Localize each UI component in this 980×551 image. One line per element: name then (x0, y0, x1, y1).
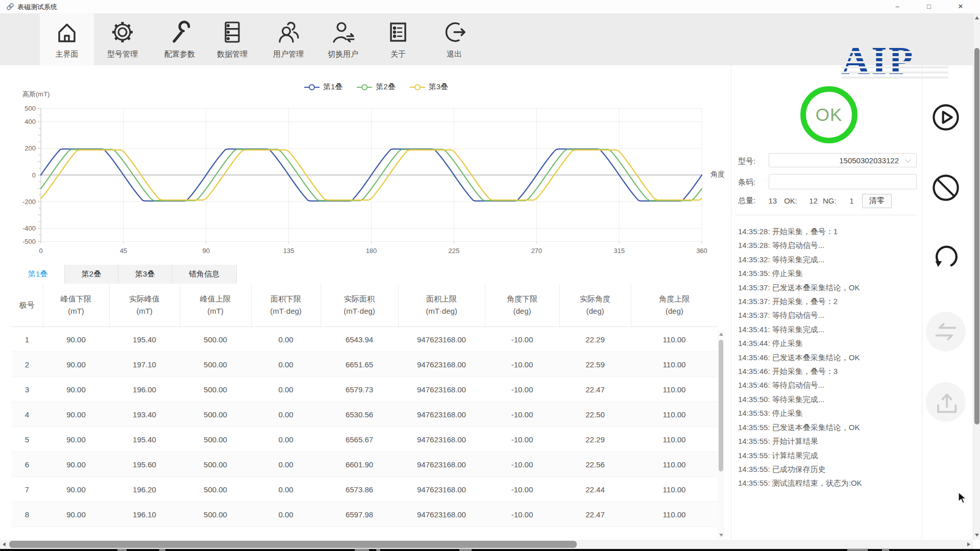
table-scrollbar[interactable] (718, 331, 724, 539)
table-cell: 90.00 (43, 477, 109, 502)
table-body: 190.00195.40500.000.006543.94947623168.0… (11, 327, 718, 527)
table-cell: -10.00 (485, 352, 559, 377)
table-cell: 22.47 (559, 377, 631, 402)
svg-text:360: 360 (696, 247, 707, 255)
table-cell: -10.00 (485, 427, 559, 452)
window-horizontal-scrollbar[interactable] (0, 540, 973, 549)
scroll-up-icon[interactable] (719, 333, 723, 336)
col-header-pole: 极号 (11, 284, 43, 327)
log-entry: 14:35:53: 停止采集 (738, 406, 918, 420)
table-row[interactable]: 690.00195.60500.000.006601.90947623168.0… (11, 452, 718, 477)
minimize-button[interactable]: – (888, 0, 906, 13)
tab-stack1[interactable]: 第1叠 (11, 265, 65, 284)
toolbar-item-switch-user[interactable]: 切换用户 (316, 13, 370, 65)
log-entry: 14:35:41: 等待采集完成... (738, 322, 918, 336)
table-cell: 196.20 (109, 477, 180, 502)
tab-stack2[interactable]: 第2叠 (65, 265, 118, 284)
toolbar-item-about[interactable]: 关于 (371, 13, 425, 65)
barcode-label: 条码: (738, 178, 755, 187)
toolbar-label: 数据管理 (217, 49, 248, 59)
table-row[interactable]: 290.00197.10500.000.006651.65947623168.0… (11, 352, 718, 377)
scroll-down-icon[interactable] (975, 534, 979, 537)
table-cell: 6530.56 (321, 402, 398, 427)
table-cell: 6573.86 (321, 477, 398, 502)
maximize-button[interactable]: □ (920, 0, 938, 13)
legend-item-stack3[interactable]: 第3叠 (410, 82, 448, 92)
table-cell: 193.40 (109, 402, 180, 427)
table-cell: 90.00 (43, 402, 109, 427)
table-cell: 22.50 (559, 402, 631, 427)
vertical-scrollbar-thumb[interactable] (974, 48, 979, 424)
table-cell: 500.00 (180, 452, 251, 477)
table-row[interactable]: 890.00196.10500.000.006597.98947623168.0… (11, 502, 718, 527)
table-cell: 22.56 (559, 452, 631, 477)
window-vertical-scrollbar[interactable] (973, 13, 980, 540)
table-cell: 196.10 (109, 502, 180, 527)
table-row[interactable]: 590.00195.40500.000.006565.67947623168.0… (11, 427, 718, 452)
table-cell: 7 (11, 477, 43, 502)
svg-text:90: 90 (203, 247, 210, 255)
scroll-left-icon[interactable] (3, 542, 6, 546)
toolbar-item-exit[interactable]: 退出 (427, 13, 481, 65)
upload-button[interactable] (926, 382, 966, 422)
table-cell: 90.00 (43, 502, 109, 527)
legend-item-stack1[interactable]: 第1叠 (304, 82, 342, 92)
barcode-input[interactable] (769, 174, 917, 189)
col-header-area-high: 面积上限(mT·deg) (398, 284, 485, 327)
log-entry: 14:35:28: 等待启动信号... (738, 238, 918, 252)
toolbar-item-config-params[interactable]: 配置参数 (153, 13, 207, 65)
scroll-right-icon[interactable] (967, 542, 970, 546)
stop-test-button[interactable] (926, 168, 966, 208)
legend-marker (357, 84, 372, 90)
stop-icon (931, 173, 961, 203)
status-badge: OK (816, 105, 843, 125)
col-header-area-low: 面积下限(mT·deg) (251, 284, 321, 327)
stack-tabs: 第1叠 第2叠 第3叠 错角信息 (11, 265, 237, 284)
table-cell: 22.59 (559, 352, 631, 377)
table-cell: 110.00 (631, 427, 718, 452)
table-header: 极号 峰值下限(mT) 实际峰值(mT) 峰值上限(mT) 面积下限(mT·de… (11, 284, 718, 327)
toolbar-label: 主界面 (56, 49, 79, 59)
close-button[interactable]: ✕ (951, 0, 970, 13)
table-cell: 6601.90 (321, 452, 398, 477)
sync-button[interactable] (926, 312, 966, 352)
svg-text:0: 0 (32, 171, 36, 179)
toolbar-item-data-management[interactable]: 数据管理 (205, 13, 259, 65)
table-row[interactable]: 390.00196.00500.000.006579.73947623168.0… (11, 377, 718, 402)
table-cell: 90.00 (43, 427, 109, 452)
table-row[interactable]: 490.00193.40500.000.006530.56947623168.0… (11, 402, 718, 427)
scroll-down-icon[interactable] (719, 534, 723, 537)
toolbar-item-model-management[interactable]: 型号管理 (95, 13, 150, 65)
start-test-button[interactable] (926, 97, 966, 137)
svg-text:0: 0 (39, 247, 42, 255)
svg-text:225: 225 (449, 247, 460, 255)
col-header-peak-actual: 实际峰值(mT) (109, 284, 180, 327)
restart-button[interactable] (926, 238, 966, 278)
table-cell: 110.00 (631, 502, 718, 527)
table-cell: 500.00 (180, 402, 251, 427)
svg-text:400: 400 (24, 118, 36, 126)
tab-angle-error[interactable]: 错角信息 (172, 265, 237, 284)
toolbar-item-home[interactable]: 主界面 (40, 13, 94, 65)
tab-stack3[interactable]: 第3叠 (118, 265, 172, 284)
app-window: { "window": { "title": "表磁测试系统", "contro… (0, 0, 980, 551)
horizontal-scrollbar-thumb[interactable] (9, 541, 577, 548)
table-cell: 0.00 (251, 352, 321, 377)
toolbar-label: 退出 (447, 49, 462, 59)
legend-item-stack2[interactable]: 第2叠 (357, 82, 395, 92)
table-cell: 110.00 (631, 377, 718, 402)
table-cell: 197.10 (109, 352, 180, 377)
toolbar-item-user-management[interactable]: 用户管理 (261, 13, 315, 65)
table-row[interactable]: 790.00196.20500.000.006573.86947623168.0… (11, 477, 718, 502)
table-cell: 6597.98 (321, 502, 398, 527)
table-cell: 0.00 (251, 402, 321, 427)
title-bar: 表磁测试系统 – □ ✕ (0, 0, 980, 13)
table-row[interactable]: 190.00195.40500.000.006543.94947623168.0… (11, 327, 718, 352)
table-cell: 196.00 (109, 377, 180, 402)
table-cell: 500.00 (180, 327, 251, 352)
table-scrollbar-thumb[interactable] (719, 340, 723, 471)
scroll-up-icon[interactable] (975, 16, 979, 19)
clear-button[interactable]: 清零 (862, 194, 892, 208)
table-cell: 5 (11, 427, 43, 452)
model-select[interactable]: 15050302033122 (769, 153, 917, 167)
